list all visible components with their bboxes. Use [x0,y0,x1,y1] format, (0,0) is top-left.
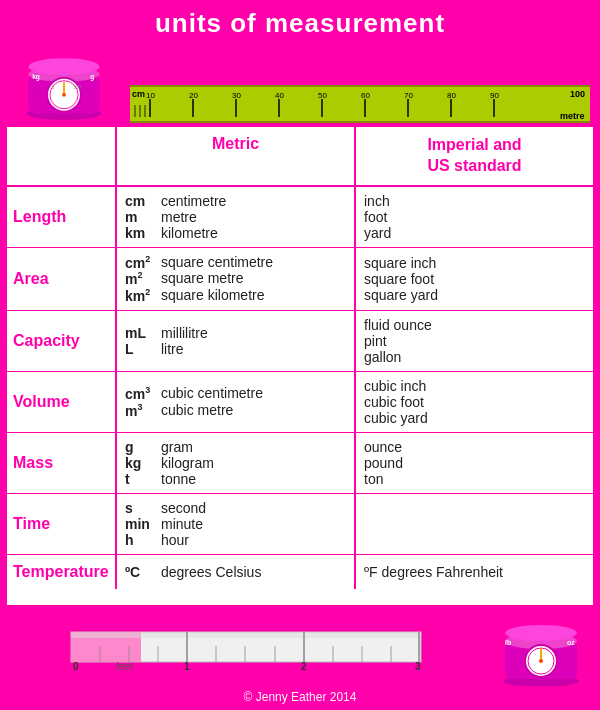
category-cell: Area [7,248,117,310]
metric-abbr: cm [125,193,157,209]
scale-svg-top: kg g 0 500 [14,46,114,121]
imperial-value: foot [364,209,585,225]
title-bar: units of measurement [0,0,600,43]
table-row: Lengthcmcentimetremmetrekmkilometreinchf… [7,187,593,248]
metric-name: minute [161,516,203,532]
svg-text:lb: lb [505,639,511,646]
svg-rect-41 [71,632,421,638]
metric-name: degrees Celsius [161,564,261,580]
table-row: CapacitymLmillilitreLlitrefluid ouncepin… [7,311,593,372]
metric-cell: cm2square centimetrem2square metrekm2squ… [117,248,356,310]
top-section: kg g 0 500 cm 100 metre [0,43,600,123]
svg-point-65 [539,659,543,663]
metric-name: millilitre [161,325,208,341]
imperial-value: cubic yard [364,410,585,426]
metric-row: cm3cubic centimetre [125,385,346,402]
imperial-value: square yard [364,287,585,303]
metric-cell: mLmillilitreLlitre [117,311,356,371]
svg-text:1: 1 [184,661,190,670]
metric-row: minminute [125,516,346,532]
scale-svg-bottom: lb oz [491,611,591,686]
imperial-value: cubic foot [364,394,585,410]
copyright-bar: © Jenny Eather 2014 [5,686,595,710]
scale-bottom: lb oz [491,611,591,686]
imperial-value: pint [364,333,585,349]
metric-name: metre [161,209,197,225]
bottom-ruler-wrapper: 0 feet 1 2 3 [9,628,483,670]
category-cell: Time [7,494,117,554]
svg-text:60: 60 [361,91,370,100]
metric-abbr: min [125,516,157,532]
category-cell: Temperature [7,555,117,589]
metric-row: m2square metre [125,270,346,287]
svg-text:20: 20 [189,91,198,100]
svg-rect-14 [130,121,590,123]
metric-abbr: m3 [125,402,157,419]
metric-abbr: g [125,439,157,455]
metric-abbr: km [125,225,157,241]
imperial-value: square foot [364,271,585,287]
metric-name: kilogram [161,455,214,471]
metric-abbr: cm2 [125,254,157,271]
main-table: Metric Imperial and US standard Lengthcm… [5,125,595,607]
metric-abbr: L [125,341,157,357]
metric-name: cubic metre [161,402,233,419]
metric-cell: ºCdegrees Celsius [117,555,356,589]
ruler-svg-bottom: 0 feet 1 2 3 [9,628,483,670]
imperial-value: yard [364,225,585,241]
table-row: Timessecondminminutehhour [7,494,593,555]
svg-text:feet: feet [116,661,133,670]
metric-name: cubic centimetre [161,385,263,402]
metric-abbr: km2 [125,287,157,304]
metric-name: litre [161,341,184,357]
table-row: Areacm2square centimetrem2square metrekm… [7,248,593,311]
svg-text:70: 70 [404,91,413,100]
metric-abbr: t [125,471,157,487]
bottom-section: 0 feet 1 2 3 [5,611,595,686]
svg-text:cm: cm [132,89,145,99]
copyright-text: © Jenny Eather 2014 [244,690,357,704]
svg-text:0: 0 [73,661,79,670]
scale-top: kg g 0 500 [4,43,124,123]
svg-text:40: 40 [275,91,284,100]
metric-row: mmetre [125,209,346,225]
table-row: Volumecm3cubic centimetrem3cubic metrecu… [7,372,593,433]
imperial-cell: ouncepoundton [356,433,593,493]
svg-text:3: 3 [415,661,421,670]
metric-abbr: s [125,500,157,516]
metric-name: square centimetre [161,254,273,271]
metric-row: ggram [125,439,346,455]
imperial-value: ounce [364,439,585,455]
metric-row: kmkilometre [125,225,346,241]
metric-name: square kilometre [161,287,265,304]
svg-text:g: g [90,72,94,80]
svg-rect-12 [130,85,590,123]
category-cell: Mass [7,433,117,493]
metric-row: mLmillilitre [125,325,346,341]
imperial-cell: square inchsquare footsquare yard [356,248,593,310]
metric-row: Llitre [125,341,346,357]
metric-name: kilometre [161,225,218,241]
svg-text:2: 2 [301,661,307,670]
imperial-cell [356,494,593,554]
metric-abbr: m2 [125,270,157,287]
table-row: TemperatureºCdegrees CelsiusºF degrees F… [7,555,593,589]
metric-cell: ssecondminminutehhour [117,494,356,554]
svg-text:80: 80 [447,91,456,100]
metric-cell: ggramkgkilogramttonne [117,433,356,493]
metric-abbr: mL [125,325,157,341]
imperial-value: inch [364,193,585,209]
svg-text:30: 30 [232,91,241,100]
imperial-value: square inch [364,255,585,271]
metric-name: square metre [161,270,243,287]
metric-name: centimetre [161,193,226,209]
metric-cell: cmcentimetremmetrekmkilometre [117,187,356,247]
ruler-top-container: cm 100 metre 10 20 30 40 [124,85,596,123]
th-category [7,127,117,185]
metric-row: kgkilogram [125,455,346,471]
metric-row: m3cubic metre [125,402,346,419]
category-cell: Length [7,187,117,247]
svg-text:kg: kg [32,72,40,80]
metric-abbr: m [125,209,157,225]
page-wrapper: units of measurement [0,0,600,710]
